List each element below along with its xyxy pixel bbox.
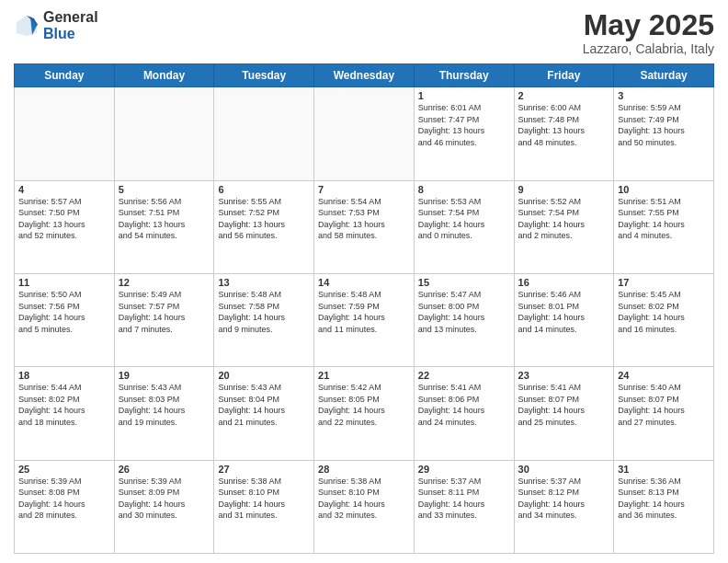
calendar-cell: 18Sunrise: 5:44 AM Sunset: 8:02 PM Dayli… bbox=[15, 367, 115, 460]
calendar-cell: 27Sunrise: 5:38 AM Sunset: 8:10 PM Dayli… bbox=[214, 460, 314, 553]
calendar-cell: 11Sunrise: 5:50 AM Sunset: 7:56 PM Dayli… bbox=[15, 273, 115, 366]
day-number: 29 bbox=[418, 464, 510, 475]
day-number: 22 bbox=[418, 370, 510, 381]
day-info: Sunrise: 5:40 AM Sunset: 8:07 PM Dayligh… bbox=[618, 382, 710, 428]
day-number: 3 bbox=[618, 90, 710, 101]
day-number: 19 bbox=[119, 370, 210, 381]
calendar-cell: 25Sunrise: 5:39 AM Sunset: 8:08 PM Dayli… bbox=[15, 460, 115, 553]
day-number: 28 bbox=[318, 464, 410, 475]
day-info: Sunrise: 5:56 AM Sunset: 7:51 PM Dayligh… bbox=[119, 196, 210, 242]
day-info: Sunrise: 6:00 AM Sunset: 7:48 PM Dayligh… bbox=[518, 102, 610, 148]
day-number: 17 bbox=[618, 277, 710, 288]
calendar-cell: 2Sunrise: 6:00 AM Sunset: 7:48 PM Daylig… bbox=[514, 87, 614, 180]
day-number: 26 bbox=[119, 464, 210, 475]
calendar-header-monday: Monday bbox=[114, 64, 214, 87]
day-info: Sunrise: 6:01 AM Sunset: 7:47 PM Dayligh… bbox=[418, 102, 510, 148]
day-number: 5 bbox=[119, 184, 210, 195]
calendar-cell: 5Sunrise: 5:56 AM Sunset: 7:51 PM Daylig… bbox=[114, 180, 214, 273]
logo-general: General bbox=[43, 9, 98, 26]
calendar-week-3: 11Sunrise: 5:50 AM Sunset: 7:56 PM Dayli… bbox=[15, 273, 714, 366]
logo: General Blue bbox=[14, 9, 98, 41]
day-number: 20 bbox=[218, 370, 310, 381]
day-number: 31 bbox=[618, 464, 710, 475]
calendar-cell: 4Sunrise: 5:57 AM Sunset: 7:50 PM Daylig… bbox=[15, 180, 115, 273]
day-number: 4 bbox=[18, 184, 110, 195]
day-number: 16 bbox=[518, 277, 610, 288]
page: General Blue May 2025 Lazzaro, Calabria,… bbox=[0, 0, 728, 563]
day-number: 2 bbox=[518, 90, 610, 101]
day-number: 11 bbox=[18, 277, 110, 288]
calendar-cell: 21Sunrise: 5:42 AM Sunset: 8:05 PM Dayli… bbox=[314, 367, 415, 460]
calendar-cell: 28Sunrise: 5:38 AM Sunset: 8:10 PM Dayli… bbox=[314, 460, 415, 553]
day-info: Sunrise: 5:55 AM Sunset: 7:52 PM Dayligh… bbox=[218, 196, 310, 242]
day-number: 15 bbox=[418, 277, 510, 288]
day-info: Sunrise: 5:39 AM Sunset: 8:09 PM Dayligh… bbox=[119, 476, 210, 522]
day-info: Sunrise: 5:49 AM Sunset: 7:57 PM Dayligh… bbox=[119, 289, 210, 335]
day-number: 27 bbox=[218, 464, 310, 475]
calendar-week-5: 25Sunrise: 5:39 AM Sunset: 8:08 PM Dayli… bbox=[15, 460, 714, 553]
day-info: Sunrise: 5:50 AM Sunset: 7:56 PM Dayligh… bbox=[18, 289, 110, 335]
calendar-cell: 10Sunrise: 5:51 AM Sunset: 7:55 PM Dayli… bbox=[614, 180, 714, 273]
calendar-cell: 17Sunrise: 5:45 AM Sunset: 8:02 PM Dayli… bbox=[614, 273, 714, 366]
day-info: Sunrise: 5:43 AM Sunset: 8:04 PM Dayligh… bbox=[218, 382, 310, 428]
calendar-cell: 13Sunrise: 5:48 AM Sunset: 7:58 PM Dayli… bbox=[214, 273, 314, 366]
day-info: Sunrise: 5:37 AM Sunset: 8:12 PM Dayligh… bbox=[518, 476, 610, 522]
calendar-header-wednesday: Wednesday bbox=[314, 64, 415, 87]
calendar-header-row: SundayMondayTuesdayWednesdayThursdayFrid… bbox=[15, 64, 714, 87]
calendar-cell: 15Sunrise: 5:47 AM Sunset: 8:00 PM Dayli… bbox=[414, 273, 514, 366]
calendar-cell bbox=[15, 87, 115, 180]
calendar-cell: 22Sunrise: 5:41 AM Sunset: 8:06 PM Dayli… bbox=[414, 367, 514, 460]
calendar-week-1: 1Sunrise: 6:01 AM Sunset: 7:47 PM Daylig… bbox=[15, 87, 714, 180]
calendar-cell: 20Sunrise: 5:43 AM Sunset: 8:04 PM Dayli… bbox=[214, 367, 314, 460]
day-info: Sunrise: 5:46 AM Sunset: 8:01 PM Dayligh… bbox=[518, 289, 610, 335]
calendar-header-thursday: Thursday bbox=[414, 64, 514, 87]
day-number: 30 bbox=[518, 464, 610, 475]
calendar-cell: 14Sunrise: 5:48 AM Sunset: 7:59 PM Dayli… bbox=[314, 273, 415, 366]
day-info: Sunrise: 5:47 AM Sunset: 8:00 PM Dayligh… bbox=[418, 289, 510, 335]
day-number: 13 bbox=[218, 277, 310, 288]
month-title: May 2025 bbox=[583, 9, 714, 41]
logo-blue: Blue bbox=[43, 26, 98, 42]
calendar-cell: 26Sunrise: 5:39 AM Sunset: 8:09 PM Dayli… bbox=[114, 460, 214, 553]
location: Lazzaro, Calabria, Italy bbox=[583, 41, 714, 56]
day-info: Sunrise: 5:54 AM Sunset: 7:53 PM Dayligh… bbox=[318, 196, 410, 242]
calendar-cell: 31Sunrise: 5:36 AM Sunset: 8:13 PM Dayli… bbox=[614, 460, 714, 553]
calendar-cell: 30Sunrise: 5:37 AM Sunset: 8:12 PM Dayli… bbox=[514, 460, 614, 553]
day-info: Sunrise: 5:41 AM Sunset: 8:06 PM Dayligh… bbox=[418, 382, 510, 428]
day-info: Sunrise: 5:48 AM Sunset: 7:59 PM Dayligh… bbox=[318, 289, 410, 335]
day-info: Sunrise: 5:38 AM Sunset: 8:10 PM Dayligh… bbox=[218, 476, 310, 522]
calendar-cell: 9Sunrise: 5:52 AM Sunset: 7:54 PM Daylig… bbox=[514, 180, 614, 273]
calendar-cell: 6Sunrise: 5:55 AM Sunset: 7:52 PM Daylig… bbox=[214, 180, 314, 273]
day-info: Sunrise: 5:39 AM Sunset: 8:08 PM Dayligh… bbox=[18, 476, 110, 522]
calendar-header-friday: Friday bbox=[514, 64, 614, 87]
calendar-cell bbox=[114, 87, 214, 180]
day-number: 10 bbox=[618, 184, 710, 195]
day-number: 1 bbox=[418, 90, 510, 101]
day-number: 6 bbox=[218, 184, 310, 195]
calendar-cell: 7Sunrise: 5:54 AM Sunset: 7:53 PM Daylig… bbox=[314, 180, 415, 273]
calendar-cell: 16Sunrise: 5:46 AM Sunset: 8:01 PM Dayli… bbox=[514, 273, 614, 366]
calendar-header-tuesday: Tuesday bbox=[214, 64, 314, 87]
day-number: 12 bbox=[119, 277, 210, 288]
day-info: Sunrise: 5:57 AM Sunset: 7:50 PM Dayligh… bbox=[18, 196, 110, 242]
calendar-cell: 3Sunrise: 5:59 AM Sunset: 7:49 PM Daylig… bbox=[614, 87, 714, 180]
calendar-cell bbox=[214, 87, 314, 180]
day-number: 18 bbox=[18, 370, 110, 381]
logo-icon bbox=[14, 13, 40, 39]
calendar-cell bbox=[314, 87, 415, 180]
day-info: Sunrise: 5:59 AM Sunset: 7:49 PM Dayligh… bbox=[618, 102, 710, 148]
logo-text: General Blue bbox=[43, 9, 98, 41]
day-number: 24 bbox=[618, 370, 710, 381]
day-info: Sunrise: 5:42 AM Sunset: 8:05 PM Dayligh… bbox=[318, 382, 410, 428]
calendar-week-4: 18Sunrise: 5:44 AM Sunset: 8:02 PM Dayli… bbox=[15, 367, 714, 460]
day-info: Sunrise: 5:37 AM Sunset: 8:11 PM Dayligh… bbox=[418, 476, 510, 522]
day-info: Sunrise: 5:43 AM Sunset: 8:03 PM Dayligh… bbox=[119, 382, 210, 428]
title-block: May 2025 Lazzaro, Calabria, Italy bbox=[583, 9, 714, 56]
day-info: Sunrise: 5:38 AM Sunset: 8:10 PM Dayligh… bbox=[318, 476, 410, 522]
calendar-cell: 8Sunrise: 5:53 AM Sunset: 7:54 PM Daylig… bbox=[414, 180, 514, 273]
calendar-cell: 12Sunrise: 5:49 AM Sunset: 7:57 PM Dayli… bbox=[114, 273, 214, 366]
day-number: 9 bbox=[518, 184, 610, 195]
calendar-table: SundayMondayTuesdayWednesdayThursdayFrid… bbox=[14, 63, 714, 554]
calendar-week-2: 4Sunrise: 5:57 AM Sunset: 7:50 PM Daylig… bbox=[15, 180, 714, 273]
day-number: 21 bbox=[318, 370, 410, 381]
